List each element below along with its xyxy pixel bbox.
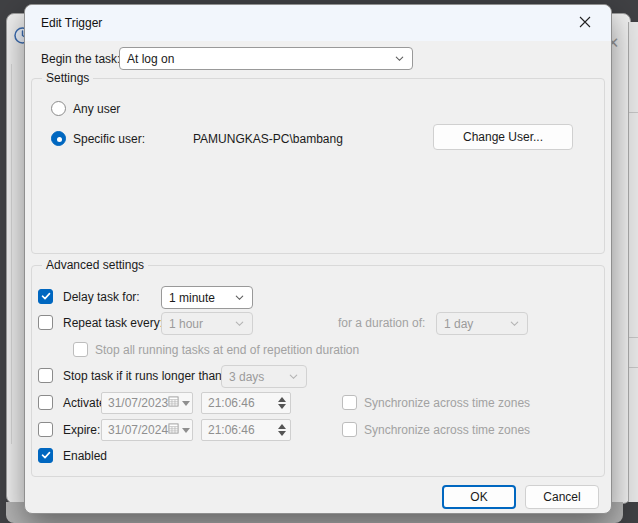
check-icon xyxy=(41,290,51,304)
stop-all-tasks-checkbox xyxy=(73,342,88,357)
dialog-title: Edit Trigger xyxy=(41,16,102,30)
delay-task-value: 1 minute xyxy=(169,291,215,305)
specific-user-value: PAMUNGKAS-PC\bambang xyxy=(193,132,343,146)
expire-checkbox[interactable] xyxy=(38,422,53,437)
chevron-down-icon xyxy=(509,318,520,329)
spinner-arrows-icon xyxy=(278,397,286,409)
begin-task-value: At log on xyxy=(127,52,174,66)
any-user-radio[interactable] xyxy=(51,101,66,116)
delay-task-checkbox[interactable] xyxy=(38,289,53,304)
repeat-task-label: Repeat task every: xyxy=(63,316,163,330)
activate-checkbox[interactable] xyxy=(38,395,53,410)
activate-time-spinner: 21:06:46 xyxy=(201,392,291,414)
chevron-down-icon xyxy=(394,53,405,64)
calendar-icon xyxy=(168,396,179,410)
chevron-down-icon xyxy=(288,371,299,382)
begin-task-select[interactable]: At log on xyxy=(119,47,413,70)
expire-date-picker: 31/07/2024 xyxy=(101,419,193,441)
expire-sync-label: Synchronize across time zones xyxy=(364,423,530,437)
expire-label: Expire: xyxy=(63,423,100,437)
advanced-settings-legend: Advanced settings xyxy=(42,258,148,272)
delay-task-select[interactable]: 1 minute xyxy=(161,286,253,309)
chevron-down-icon xyxy=(234,292,245,303)
dialog-titlebar: Edit Trigger xyxy=(25,5,611,41)
specific-user-radio[interactable] xyxy=(51,131,66,146)
activate-sync-label: Synchronize across time zones xyxy=(364,396,530,410)
expire-time-value: 21:06:46 xyxy=(208,423,255,437)
duration-select: 1 day xyxy=(436,312,528,335)
any-user-label: Any user xyxy=(73,102,120,116)
calendar-icon xyxy=(168,423,179,437)
cancel-button-label: Cancel xyxy=(543,490,580,504)
settings-legend: Settings xyxy=(42,71,93,85)
stop-task-select: 3 days xyxy=(221,365,307,388)
panel-divider xyxy=(629,112,638,113)
spinner-arrows-icon xyxy=(278,424,286,436)
cancel-button[interactable]: Cancel xyxy=(525,485,599,509)
chevron-down-icon xyxy=(234,318,245,329)
repeat-task-select: 1 hour xyxy=(161,312,253,335)
stop-all-tasks-label: Stop all running tasks at end of repetit… xyxy=(95,343,359,357)
dropdown-arrow-icon xyxy=(182,428,190,433)
change-user-button[interactable]: Change User... xyxy=(433,124,573,150)
repeat-task-checkbox[interactable] xyxy=(38,315,53,330)
activate-time-value: 21:06:46 xyxy=(208,396,255,410)
check-icon xyxy=(41,449,51,463)
activate-date-picker: 31/07/2023 xyxy=(101,392,193,414)
begin-task-label: Begin the task: xyxy=(41,52,120,66)
panel-divider xyxy=(629,367,638,368)
edit-trigger-dialog: Edit Trigger Begin the task: At log on S… xyxy=(24,4,612,514)
activate-sync-checkbox xyxy=(342,395,357,410)
enabled-checkbox[interactable] xyxy=(38,448,53,463)
close-button[interactable] xyxy=(569,10,601,36)
expire-time-spinner: 21:06:46 xyxy=(201,419,291,441)
background-panel-edge xyxy=(628,22,638,502)
duration-value: 1 day xyxy=(444,317,473,331)
stop-task-label: Stop task if it runs longer than: xyxy=(63,369,225,383)
panel-divider xyxy=(629,337,638,338)
ok-button[interactable]: OK xyxy=(442,485,516,509)
expire-date-value: 31/07/2024 xyxy=(108,423,168,437)
stop-task-value: 3 days xyxy=(229,370,264,384)
specific-user-label: Specific user: xyxy=(73,132,145,146)
stop-task-checkbox[interactable] xyxy=(38,368,53,383)
background-groupbox-edge xyxy=(11,64,12,444)
enabled-label: Enabled xyxy=(63,449,107,463)
ok-button-label: OK xyxy=(470,490,487,504)
change-user-button-label: Change User... xyxy=(463,130,543,144)
close-icon xyxy=(579,16,591,31)
duration-label: for a duration of: xyxy=(338,316,425,330)
expire-sync-checkbox xyxy=(342,422,357,437)
activate-date-value: 31/07/2023 xyxy=(108,396,168,410)
dropdown-arrow-icon xyxy=(182,401,190,406)
repeat-task-value: 1 hour xyxy=(169,317,203,331)
delay-task-label: Delay task for: xyxy=(63,290,140,304)
